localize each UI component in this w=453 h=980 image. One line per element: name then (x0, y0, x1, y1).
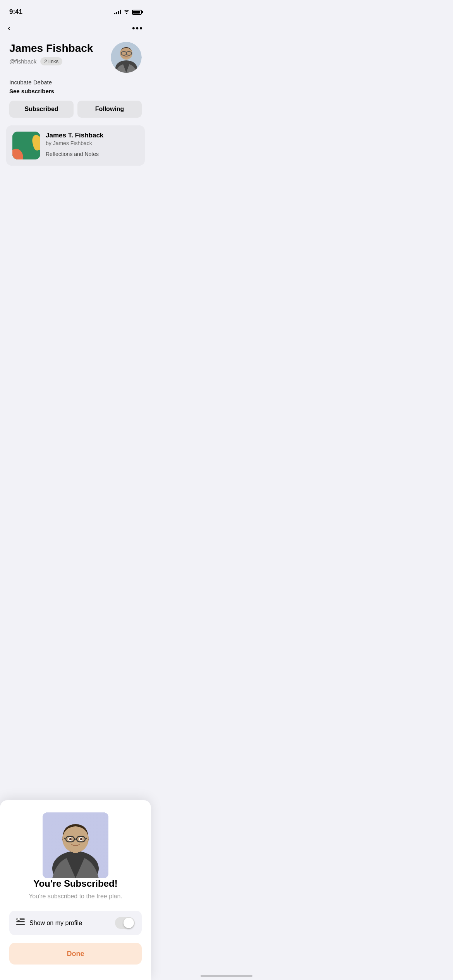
subscribed-button[interactable]: Subscribed (9, 101, 74, 118)
status-icons (114, 9, 142, 15)
svg-line-7 (132, 53, 132, 53)
profile-header: James Fishback @fishback 2 links (9, 42, 142, 73)
svg-point-2 (120, 48, 131, 58)
newsletter-text: James T. Fishback by James Fishback Refl… (46, 132, 139, 157)
links-badge[interactable]: 2 links (40, 57, 62, 65)
see-subscribers-link[interactable]: See subscribers (9, 88, 142, 94)
following-button[interactable]: Following (77, 101, 142, 118)
battery-icon (132, 10, 142, 15)
profile-handle: @fishback (9, 58, 36, 65)
profile-meta: @fishback 2 links (9, 57, 111, 65)
newsletter-logo (12, 132, 40, 159)
status-bar: 9:41 (0, 0, 151, 19)
nav-bar: ‹ ••• (0, 19, 151, 38)
profile-info: James Fishback @fishback 2 links (9, 42, 111, 65)
more-button[interactable]: ••• (132, 23, 143, 33)
status-time: 9:41 (9, 8, 22, 16)
profile-name: James Fishback (9, 42, 111, 55)
profile-bio: Incubate Debate (9, 79, 142, 86)
newsletter-card[interactable]: James T. Fishback by James Fishback Refl… (6, 125, 145, 166)
newsletter-author: by James Fishback (46, 140, 139, 146)
newsletter-title: James T. Fishback (46, 132, 139, 139)
svg-line-6 (121, 53, 121, 53)
profile-section: James Fishback @fishback 2 links (0, 38, 151, 125)
signal-icon (114, 10, 121, 14)
avatar (111, 42, 142, 73)
action-buttons: Subscribed Following (9, 101, 142, 118)
newsletter-description: Reflections and Notes (46, 151, 139, 157)
wifi-icon (124, 9, 130, 15)
back-button[interactable]: ‹ (8, 23, 10, 33)
